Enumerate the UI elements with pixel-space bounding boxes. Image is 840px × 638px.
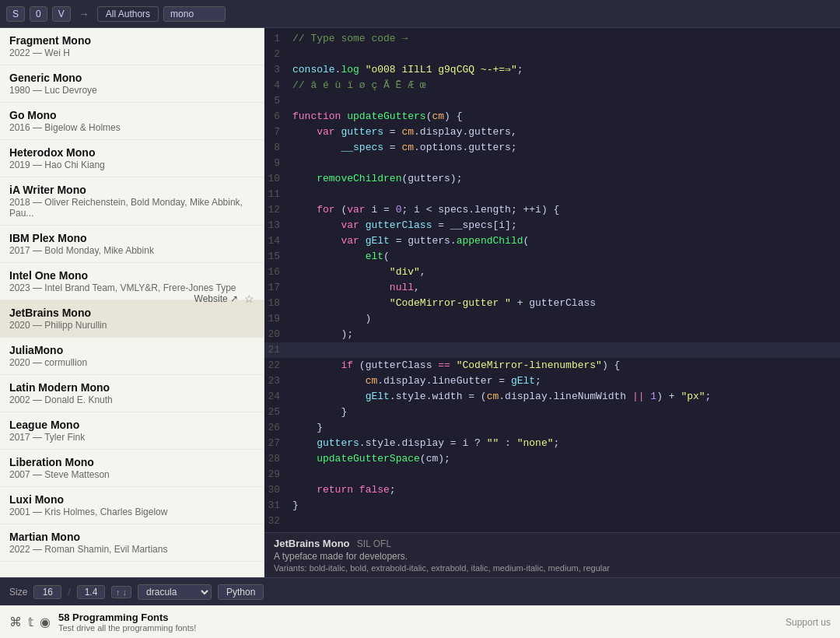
line-number: 31 xyxy=(264,498,292,514)
font-name: JuliaMono xyxy=(9,344,254,356)
search-input[interactable] xyxy=(163,6,226,22)
font-item[interactable]: Generic Mono 1980 — Luc Devroye xyxy=(0,65,264,103)
line-number: 6 xyxy=(264,109,292,124)
code-line: 3console.log "o008 iIlL1 g9qCGQ ~-+=⇒"; xyxy=(264,62,840,78)
code-line: 10 removeChildren(gutters); xyxy=(264,171,840,187)
font-meta: 2023 — Intel Brand Team, VMLY&R, Frere-J… xyxy=(9,282,254,293)
main-content: Fragment Mono 2022 — Wei H Generic Mono … xyxy=(0,28,840,577)
line-content: elt( xyxy=(292,249,834,265)
all-authors-button[interactable]: All Authors xyxy=(97,6,159,22)
line-content: var gutters = cm.display.gutters, xyxy=(292,124,834,140)
size-input[interactable] xyxy=(33,585,61,599)
font-item[interactable]: Martian Mono 2022 — Roman Shamin, Evil M… xyxy=(0,524,264,562)
font-meta: 2017 — Bold Monday, Mike Abbink xyxy=(9,245,254,256)
line-number: 8 xyxy=(264,140,292,156)
line-content: console.log "o008 iIlL1 g9qCGQ ~-+=⇒"; xyxy=(292,62,834,78)
code-line: 12 for (var i = 0; i < specs.length; ++i… xyxy=(264,202,840,218)
theme-select[interactable]: draculamonokaisolarizedgithub-dark xyxy=(138,584,212,600)
code-editor: 1// Type some code →2 3console.log "o008… xyxy=(264,28,840,577)
code-line: 27 gutters.style.display = i ? "" : "non… xyxy=(264,436,840,451)
line-number: 19 xyxy=(264,311,292,327)
star-icon[interactable]: ☆ xyxy=(244,293,254,305)
code-line: 31} xyxy=(264,498,840,514)
code-line: 30 return false; xyxy=(264,482,840,498)
code-line: 16 "div", xyxy=(264,265,840,280)
font-item[interactable]: Luxi Mono 2001 — Kris Holmes, Charles Bi… xyxy=(0,487,264,524)
font-meta: 2022 — Roman Shamin, Evil Martians xyxy=(9,544,254,555)
font-item[interactable]: iA Writer Mono 2018 — Oliver Reichenstei… xyxy=(0,177,264,226)
font-meta: 2002 — Donald E. Knuth xyxy=(9,394,254,405)
line-content: ) xyxy=(292,311,834,327)
website-link[interactable]: Website ↗ xyxy=(194,293,238,304)
line-number: 10 xyxy=(264,171,292,187)
line-content: updateGutterSpace(cm); xyxy=(292,451,834,467)
font-item[interactable]: Liberation Mono 2007 — Steve Matteson xyxy=(0,450,264,487)
line-number: 13 xyxy=(264,218,292,233)
font-name: Latin Modern Mono xyxy=(9,381,254,394)
font-item[interactable]: Latin Modern Mono 2002 — Donald E. Knuth xyxy=(0,375,264,412)
line-content: var gutterClass = __specs[i]; xyxy=(292,218,834,233)
code-line: 15 elt( xyxy=(264,249,840,265)
line-number: 5 xyxy=(264,93,292,109)
v-button[interactable]: V xyxy=(52,6,71,22)
font-name: Heterodox Mono xyxy=(9,146,254,159)
line-content xyxy=(292,187,834,202)
line-number: 32 xyxy=(264,514,292,529)
variants-list: bold-italic, bold, extrabold-italic, ext… xyxy=(310,563,610,573)
ratio-input[interactable] xyxy=(77,585,105,599)
code-line: 28 updateGutterSpace(cm); xyxy=(264,451,840,467)
line-number: 30 xyxy=(264,482,292,498)
code-line: 32 xyxy=(264,514,840,529)
line-content: } xyxy=(292,420,834,436)
line-content: gElt.style.width = (cm.display.lineNumWi… xyxy=(292,389,834,405)
language-button[interactable]: Python xyxy=(218,584,264,600)
font-list: Fragment Mono 2022 — Wei H Generic Mono … xyxy=(0,28,264,577)
font-meta: 1980 — Luc Devroye xyxy=(9,85,254,96)
line-content: cm.display.lineGutter = gElt; xyxy=(292,373,834,389)
github-icon[interactable]: ⌘ xyxy=(9,615,22,629)
line-number: 1 xyxy=(264,31,292,47)
font-item[interactable]: Go Mono 2016 — Bigelow & Holmes xyxy=(0,103,264,140)
size-separator: / xyxy=(68,586,71,598)
arrow-button[interactable]: → xyxy=(75,6,93,22)
font-item[interactable]: Fragment Mono 2022 — Wei H xyxy=(0,28,264,65)
font-item[interactable]: League Mono 2017 — Tyler Fink xyxy=(0,412,264,450)
font-item[interactable]: IBM Plex Mono 2017 — Bold Monday, Mike A… xyxy=(0,226,264,263)
zero-button[interactable]: 0 xyxy=(30,6,47,22)
font-item[interactable]: JuliaMono 2020 — cormullion xyxy=(0,338,264,375)
s-button[interactable]: S xyxy=(6,6,25,22)
twitter-icon[interactable]: 𝕥 xyxy=(28,615,33,629)
variants-label: Variants: xyxy=(274,563,307,573)
font-name: Intel One Mono xyxy=(9,269,254,282)
line-number: 27 xyxy=(264,436,292,451)
arrows-button[interactable]: ↑ ↓ xyxy=(111,586,131,598)
line-content: "CodeMirror-gutter " + gutterClass xyxy=(292,296,834,311)
font-item[interactable]: Heterodox Mono 2019 — Hao Chi Kiang xyxy=(0,140,264,177)
font-meta: 2017 — Tyler Fink xyxy=(9,432,254,443)
discord-icon[interactable]: ◉ xyxy=(40,615,51,629)
code-line: 25 } xyxy=(264,405,840,420)
code-line: 23 cm.display.lineGutter = gElt; xyxy=(264,373,840,389)
code-line: 14 var gElt = gutters.appendChild( xyxy=(264,233,840,249)
code-line: 8 __specs = cm.options.gutters; xyxy=(264,140,840,156)
line-number: 9 xyxy=(264,156,292,171)
status-font-name: JetBrains Mono xyxy=(274,538,350,549)
line-content xyxy=(292,514,834,529)
line-content xyxy=(292,47,834,62)
line-content: var gElt = gutters.appendChild( xyxy=(292,233,834,249)
line-content: return false; xyxy=(292,482,834,498)
line-number: 25 xyxy=(264,405,292,420)
support-link[interactable]: Support us xyxy=(786,617,831,628)
line-content: function updateGutters(cm) { xyxy=(292,109,834,124)
status-description: A typeface made for developers. xyxy=(274,551,831,562)
code-line: 22 if (gutterClass == "CodeMirror-linenu… xyxy=(264,358,840,373)
line-content: // Type some code → xyxy=(292,31,834,47)
line-content: gutters.style.display = i ? "" : "none"; xyxy=(292,436,834,451)
line-content: // â é ù ï ø ç Ã Ē Æ œ xyxy=(292,78,834,93)
font-item[interactable]: Website ↗ ☆ JetBrains Mono 2020 — Philip… xyxy=(0,300,264,338)
line-content xyxy=(292,93,834,109)
font-meta: 2022 — Wei H xyxy=(9,47,254,58)
code-area[interactable]: 1// Type some code →2 3console.log "o008… xyxy=(264,28,840,532)
line-content xyxy=(292,342,834,358)
font-meta: 2019 — Hao Chi Kiang xyxy=(9,160,254,170)
